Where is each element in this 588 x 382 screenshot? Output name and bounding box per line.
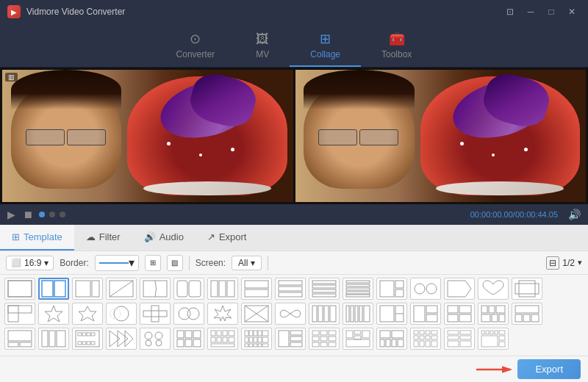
pattern-btn-hash[interactable]: ▨ [167,255,183,271]
template-diagonal[interactable] [106,278,137,300]
template-4x3[interactable] [207,328,238,350]
template-star-2[interactable] [72,303,103,325]
svg-rect-75 [515,314,522,322]
template-wide-narrow[interactable] [72,278,103,300]
svg-rect-53 [346,306,349,322]
screen-value: All [238,258,248,268]
border-line [99,262,129,264]
template-star-complex[interactable] [207,303,238,325]
template-five-vert[interactable] [343,303,373,325]
svg-rect-111 [217,337,221,342]
template-mixed-large[interactable] [376,278,407,300]
export-button[interactable]: Export [517,359,581,379]
svg-rect-122 [254,337,257,342]
tab-toolbox[interactable]: 🧰 Toolbox [361,25,432,67]
template-two-rows[interactable] [241,278,272,300]
export-tab-icon: ↗ [207,231,215,242]
tab-export[interactable]: ↗ Export [196,225,259,251]
template-extra-5[interactable] [444,328,475,350]
svg-rect-139 [329,336,336,341]
divider-2 [268,256,268,270]
template-two-side[interactable] [38,278,69,300]
template-x-cross[interactable] [241,303,272,325]
stop-button[interactable]: ⏹ [21,207,35,222]
svg-rect-42 [143,311,167,317]
bottom-panel: ⊞ Template ☁ Filter 🔊 Audio ↗ Export ⬜ 1… [0,225,588,382]
audio-tab-label: Audio [159,231,184,242]
svg-rect-9 [189,281,201,297]
message-button[interactable]: ⊡ [501,4,519,19]
template-land-2[interactable] [4,303,35,325]
template-t-shape[interactable] [410,303,441,325]
video-slot-left: ▥ [2,70,293,202]
template-star[interactable] [38,303,69,325]
maximize-button[interactable]: □ [542,4,560,19]
tab-filter[interactable]: ☁ Filter [74,225,132,251]
template-5x3[interactable] [241,328,272,350]
template-mixed-stagger[interactable] [343,328,373,350]
screen-dropdown[interactable]: All ▾ [232,256,262,270]
svg-rect-35 [8,306,32,313]
tab-collage[interactable]: ⊞ Collage [290,25,361,67]
template-extra-1[interactable] [512,278,542,300]
svg-rect-88 [91,333,95,336]
template-circles-2[interactable] [106,303,137,325]
template-top-wide[interactable] [4,328,35,350]
tab-converter[interactable]: ⊙ Converter [156,25,236,67]
template-grid-2x2[interactable] [444,303,475,325]
svg-rect-28 [395,281,404,288]
template-staggered[interactable] [309,328,340,350]
template-play-arrows[interactable] [106,328,137,350]
svg-rect-127 [254,344,257,347]
template-cross[interactable] [140,303,171,325]
template-extra-6[interactable] [478,328,509,350]
template-heart[interactable] [478,278,509,300]
svg-rect-34 [519,281,535,297]
svg-rect-56 [359,306,362,322]
template-checkerboard[interactable] [478,303,509,325]
aspect-selector[interactable]: ⬜ 16:9 ▾ [6,256,54,270]
template-vert-bars-thick[interactable] [309,303,340,325]
template-four-rows[interactable] [309,278,340,300]
svg-rect-169 [460,336,471,339]
filter-tab-icon: ☁ [86,231,96,242]
template-butterfly[interactable] [275,303,306,325]
volume-button[interactable]: 🔊 [567,207,582,222]
svg-point-96 [145,332,152,339]
tab-audio[interactable]: 🔊 Audio [132,225,196,251]
tab-mv[interactable]: 🖼 MV [235,26,290,67]
svg-rect-170 [448,341,459,347]
template-two-circles[interactable] [173,303,204,325]
svg-rect-114 [211,344,234,347]
pattern-btn-grid[interactable]: ⊞ [145,255,161,271]
template-wide-grid[interactable] [173,328,204,350]
svg-rect-137 [312,336,319,341]
svg-rect-61 [414,306,425,322]
template-three-vert[interactable] [207,278,238,300]
minimize-button[interactable]: ─ [522,4,539,19]
svg-rect-52 [330,306,336,322]
tab-template[interactable]: ⊞ Template [0,225,74,251]
template-full-grid[interactable] [410,328,441,350]
template-curved[interactable] [140,278,171,300]
close-button[interactable]: ✕ [563,4,581,19]
template-extra-3[interactable] [275,328,306,350]
template-filmstrip[interactable] [72,328,103,350]
svg-rect-22 [346,281,370,283]
template-five-rows[interactable] [343,278,373,300]
template-single[interactable] [4,278,35,300]
time-display: 00:00:00.00/00:00:44.05 [470,210,558,219]
template-arrow[interactable] [444,278,475,300]
play-button[interactable]: ▶ [6,207,17,222]
template-circles[interactable] [410,278,441,300]
template-rounded[interactable] [173,278,204,300]
border-selector[interactable]: ▾ [95,255,139,271]
template-extra-4[interactable] [376,328,407,350]
svg-rect-168 [448,336,459,339]
template-three-rows[interactable] [275,278,306,300]
template-dots[interactable] [140,328,171,350]
template-3x2[interactable] [38,328,69,350]
svg-rect-82 [49,331,55,347]
template-extra-2[interactable] [512,303,542,325]
template-l-shape[interactable] [376,303,407,325]
